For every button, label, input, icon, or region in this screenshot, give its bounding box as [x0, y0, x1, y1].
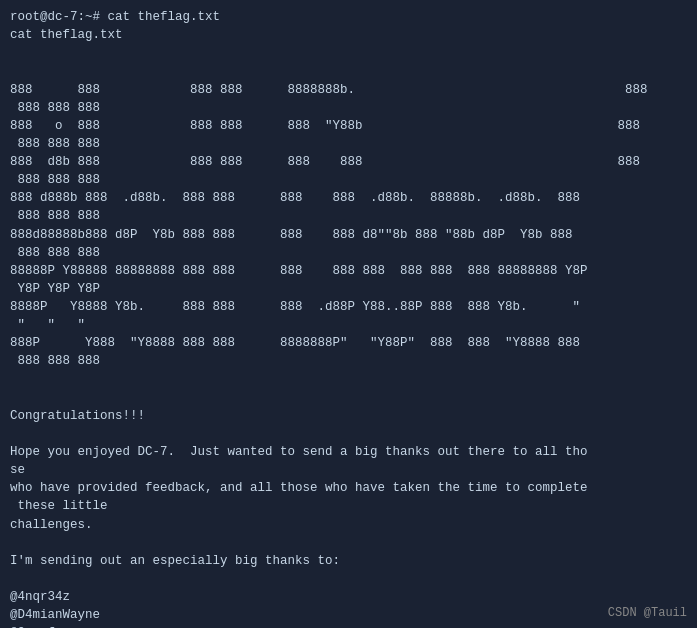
command-line-1: root@dc-7:~# cat theflag.txt cat theflag… — [10, 10, 648, 628]
watermark: CSDN @Tauil — [608, 606, 687, 620]
terminal-output: root@dc-7:~# cat theflag.txt cat theflag… — [10, 8, 687, 628]
terminal-window: root@dc-7:~# cat theflag.txt cat theflag… — [0, 0, 697, 628]
